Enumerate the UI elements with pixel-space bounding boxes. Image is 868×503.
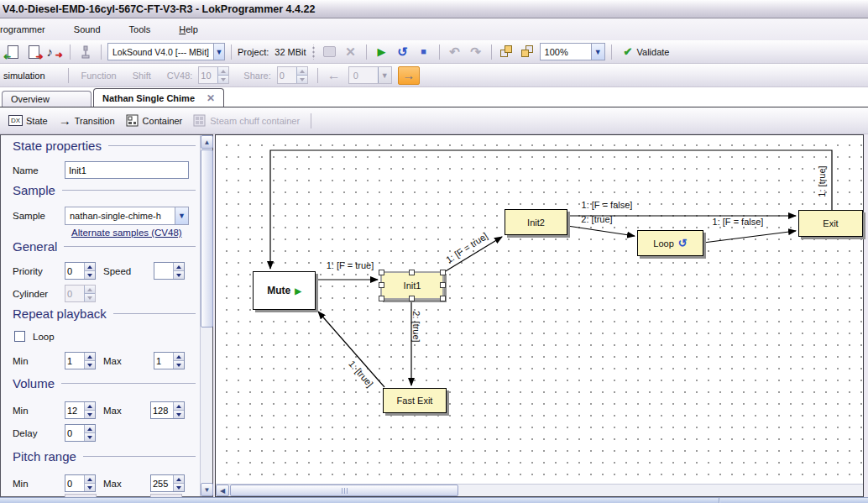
decoder-type-select[interactable]: LokSound V4.0 [--- MBit] ▼: [107, 43, 225, 60]
selection-handle[interactable]: [379, 282, 384, 288]
selection-handle[interactable]: [440, 270, 446, 275]
spin-up-icon[interactable]: [174, 475, 184, 483]
spin-up-icon[interactable]: [174, 402, 184, 410]
spin-down-icon[interactable]: [174, 483, 184, 491]
selection-handle[interactable]: [409, 296, 415, 301]
tab-overview[interactable]: Overview: [2, 91, 92, 107]
selection-handle[interactable]: [409, 270, 415, 275]
repeat-min-spinner[interactable]: [65, 352, 96, 369]
state-node-exit[interactable]: Exit: [798, 210, 863, 237]
pitch-min-input[interactable]: [65, 475, 84, 491]
stop-button[interactable]: ■: [415, 43, 433, 61]
send-to-back-button[interactable]: [519, 43, 537, 61]
add-transition-button[interactable]: → Transition: [55, 113, 118, 128]
spin-up-icon[interactable]: [174, 353, 184, 360]
spin-down-icon[interactable]: [85, 270, 95, 279]
volume-max-input[interactable]: [151, 402, 173, 418]
zoom-select[interactable]: 100% ▼: [540, 43, 605, 60]
spin-down-icon[interactable]: [85, 483, 95, 491]
spin-down-icon[interactable]: [85, 410, 95, 418]
spin-down-icon[interactable]: [174, 360, 184, 369]
chevron-down-icon[interactable]: ▼: [591, 44, 604, 60]
transition-label[interactable]: 1: [true]: [347, 359, 375, 389]
add-container-button[interactable]: Container: [123, 113, 186, 129]
spin-down-icon[interactable]: [174, 410, 184, 418]
scroll-left-icon[interactable]: ◀: [216, 485, 229, 496]
repeat-min-input[interactable]: [65, 353, 84, 369]
chevron-down-icon[interactable]: ▼: [213, 44, 224, 60]
state-node-loop[interactable]: Loop ↺: [637, 230, 703, 256]
status-bar-divider: [719, 498, 720, 503]
state-node-init1[interactable]: Init1: [380, 271, 444, 300]
name-input[interactable]: [65, 161, 189, 179]
open-project-button[interactable]: ➜: [3, 43, 22, 61]
priority-spinner[interactable]: [65, 262, 96, 280]
simulation-label[interactable]: simulation: [3, 71, 45, 81]
spin-up-icon[interactable]: [85, 402, 95, 410]
export-sound-button[interactable]: ♪➜: [45, 43, 64, 61]
spin-up-icon[interactable]: [85, 425, 95, 432]
selection-handle[interactable]: [440, 282, 446, 288]
pitch-max-spinner[interactable]: [150, 474, 185, 492]
selection-handle[interactable]: [440, 296, 446, 301]
volume-max-spinner[interactable]: [150, 401, 185, 419]
selection-handle[interactable]: [379, 270, 384, 275]
repeat-max-input[interactable]: [154, 353, 173, 369]
chevron-down-icon[interactable]: ▼: [175, 207, 188, 224]
transition-label[interactable]: 2: [true]: [411, 311, 421, 342]
transition-label[interactable]: 2: [true]: [581, 214, 612, 224]
canvas-scroll-thumb[interactable]: [230, 485, 458, 496]
transition-label[interactable]: 1: [F = true]: [327, 260, 374, 270]
speed-spinner[interactable]: [154, 262, 185, 280]
volume-min-input[interactable]: [65, 402, 84, 418]
speed-input[interactable]: [154, 263, 173, 279]
loop-checkbox[interactable]: [14, 331, 25, 342]
spin-up-icon[interactable]: [85, 353, 95, 360]
step-forward-button[interactable]: →: [398, 66, 420, 85]
transition-label[interactable]: 1: [F = true]: [444, 231, 489, 265]
transition-label[interactable]: 1: [F = false]: [582, 200, 633, 210]
selection-handle[interactable]: [379, 296, 384, 301]
sample-select[interactable]: nathan-single-chime-h ▼: [65, 207, 189, 225]
pitch-max-input[interactable]: [151, 475, 173, 491]
volume-delay-input[interactable]: [65, 425, 84, 441]
spin-up-icon[interactable]: [174, 263, 184, 270]
bring-to-front-button[interactable]: [498, 43, 516, 61]
menu-tools[interactable]: Tools: [121, 22, 159, 37]
scroll-up-icon[interactable]: ▲: [201, 135, 213, 149]
panel-scroll-thumb[interactable]: [201, 149, 213, 327]
tab-nathan-single-chime[interactable]: Nathan Single Chime ✕: [93, 88, 224, 107]
add-state-button[interactable]: DX State: [5, 113, 51, 128]
volume-min-spinner[interactable]: [65, 401, 96, 419]
menu-help[interactable]: Help: [170, 22, 207, 37]
transition-init2-loop[interactable]: [567, 226, 635, 236]
loop-play-button[interactable]: ↺: [394, 43, 412, 61]
spin-down-icon[interactable]: [174, 270, 184, 279]
transition-label[interactable]: 1: [F = false]: [713, 217, 764, 227]
export-project-button[interactable]: ➜: [24, 43, 43, 61]
transition-loop-exit[interactable]: [703, 231, 796, 243]
menu-programmer[interactable]: rogrammer: [0, 22, 54, 37]
tab-close-icon[interactable]: ✕: [198, 92, 215, 104]
validate-button[interactable]: ✔ Validate: [618, 43, 676, 61]
spin-up-icon[interactable]: [85, 263, 95, 270]
transition-fastexit-mute[interactable]: [318, 312, 384, 387]
programmer-device-button[interactable]: [76, 43, 95, 61]
transition-label[interactable]: 1: [true]: [817, 165, 827, 196]
spin-up-icon[interactable]: [85, 475, 95, 483]
menu-sound[interactable]: Sound: [65, 22, 109, 37]
state-node-mute[interactable]: Mute ▶: [253, 271, 316, 310]
alternate-samples-link[interactable]: Alternate samples (CV48): [71, 228, 182, 238]
state-node-init2[interactable]: Init2: [505, 209, 567, 235]
volume-delay-spinner[interactable]: [65, 424, 96, 442]
spin-down-icon[interactable]: [85, 360, 95, 369]
repeat-max-spinner[interactable]: [154, 352, 185, 369]
play-button[interactable]: ▶: [373, 43, 391, 61]
priority-input[interactable]: [65, 263, 84, 279]
state-diagram-canvas[interactable]: 1: [true] 1: [F = true] 1: [F = true] 1:…: [215, 134, 864, 497]
cv48-input: [199, 67, 217, 83]
spin-down-icon[interactable]: [85, 432, 95, 441]
pitch-min-spinner[interactable]: [65, 474, 96, 492]
state-node-fast-exit[interactable]: Fast Exit: [383, 388, 447, 413]
scroll-down-icon[interactable]: ▼: [201, 483, 213, 496]
